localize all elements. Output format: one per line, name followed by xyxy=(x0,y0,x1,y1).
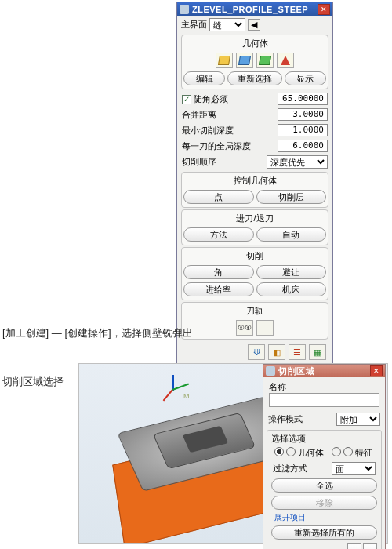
select-options-title: 选择选项 xyxy=(270,432,379,445)
steep-required-checkbox[interactable]: ✓陡角必须 xyxy=(182,93,228,105)
dialog2-titlebar[interactable]: 切削区域 ✕ xyxy=(263,365,385,377)
cutting-title: 切削 xyxy=(183,249,326,264)
feedrate-button[interactable]: 进给率 xyxy=(183,282,254,296)
main-surface-label: 主界面 xyxy=(181,19,207,31)
mode-select[interactable]: 附加 xyxy=(336,413,380,426)
close-icon[interactable]: ✕ xyxy=(370,365,383,376)
prev-arrow-icon[interactable]: ◀ xyxy=(347,543,361,549)
cut-order-label: 切削顺序 xyxy=(182,156,216,168)
cut-order-select[interactable]: 深度优先 xyxy=(267,155,328,169)
machine-button[interactable]: 机床 xyxy=(256,282,327,296)
cutting-group: 切削 角 避让 进给率 机床 xyxy=(181,247,328,300)
geometry-group: 几何体 编辑 重新选择 显示 xyxy=(181,35,328,89)
radio-geometry[interactable]: 几何体 xyxy=(274,447,324,459)
auto-button[interactable]: 自动 xyxy=(256,227,327,242)
dialog2-title: 切削区域 xyxy=(278,365,370,377)
geom-cutarea-icon[interactable] xyxy=(277,53,294,68)
point-button[interactable]: 点 xyxy=(183,190,254,204)
main-surface-select[interactable]: 缝 xyxy=(209,18,245,31)
mode-label: 操作模式 xyxy=(268,413,303,425)
dialog-titlebar[interactable]: ZLEVEL_PROFILE_STEEP ✕ xyxy=(177,2,332,16)
toolpath-title: 刀轨 xyxy=(183,304,326,318)
geom-check-icon[interactable] xyxy=(256,53,274,68)
dialog-title: ZLEVEL_PROFILE_STEEP xyxy=(192,5,318,14)
steep-value-field[interactable]: 65.00000 xyxy=(278,93,328,105)
corner-button[interactable]: 角 xyxy=(183,265,254,279)
toolpath-group: 刀轨 ⦿⦿ xyxy=(181,302,328,340)
avoid-button[interactable]: 避让 xyxy=(256,265,327,279)
min-cut-depth-label: 最小切削深度 xyxy=(182,125,234,136)
filter-label: 过滤方式 xyxy=(273,463,307,474)
geometry-group-title: 几何体 xyxy=(183,37,326,51)
toolpath-icon-1[interactable]: ⦿⦿ xyxy=(236,320,253,336)
reselect-button[interactable]: 重新选择 xyxy=(227,71,281,85)
cut-region-dialog: 切削区域 ✕ 名称 操作模式 附加 选择选项 几何体 特征 过滤方式 面 全选 … xyxy=(263,364,386,549)
geom-stock-icon[interactable] xyxy=(236,53,253,68)
generate-icon[interactable]: ⟱ xyxy=(248,344,265,360)
caption-cut-region: 切削区域选择 xyxy=(2,375,64,389)
cutlayer-button[interactable]: 切削层 xyxy=(256,190,327,204)
app-icon xyxy=(266,366,275,376)
verify-icon[interactable]: ☰ xyxy=(289,344,306,360)
engage-title: 进刀/退刀 xyxy=(183,212,326,226)
zlevel-profile-dialog: ZLEVEL_PROFILE_STEEP ✕ 主界面 缝 ◀ 几何体 编辑 重新… xyxy=(176,2,333,386)
replay-icon[interactable]: ◧ xyxy=(268,344,285,360)
expand-item-link[interactable]: 展开项目 xyxy=(270,511,379,524)
global-depth-field[interactable]: 6.0000 xyxy=(278,140,328,152)
control-geom-title: 控制几何体 xyxy=(183,174,326,188)
reselect-all-button[interactable]: 重新选择所有的 xyxy=(271,525,377,540)
radio-feature[interactable]: 特征 xyxy=(332,447,372,459)
close-icon[interactable]: ✕ xyxy=(318,4,330,15)
merge-dist-field[interactable]: 3.0000 xyxy=(278,108,328,121)
next-arrow-icon[interactable]: ▶ xyxy=(363,543,377,549)
app-icon xyxy=(180,5,189,14)
caption-create-operation: [加工创建] — [创建操作]，选择侧壁铣弹出 xyxy=(2,326,193,340)
toolpath-icon-2[interactable] xyxy=(256,320,274,336)
list-icon[interactable]: ▦ xyxy=(309,344,326,360)
select-all-button[interactable]: 全选 xyxy=(271,478,377,493)
min-cut-depth-field[interactable]: 1.0000 xyxy=(278,124,328,136)
geom-body-icon[interactable] xyxy=(216,53,233,68)
control-geom-group: 控制几何体 点 切削层 xyxy=(181,172,328,208)
display-button[interactable]: 显示 xyxy=(285,71,326,85)
steep-required-label: 陡角必须 xyxy=(194,94,228,104)
chevron-left-icon[interactable]: ◀ xyxy=(248,19,260,31)
remove-button[interactable]: 移除 xyxy=(271,496,377,510)
filter-select[interactable]: 面 xyxy=(332,462,376,475)
method-button[interactable]: 方法 xyxy=(183,227,254,242)
merge-dist-label: 合并距离 xyxy=(182,109,216,121)
global-depth-label: 每一刀的全局深度 xyxy=(182,140,251,152)
engage-group: 进刀/退刀 方法 自动 xyxy=(181,209,328,245)
name-label: 名称 xyxy=(269,381,379,393)
edit-button[interactable]: 编辑 xyxy=(183,71,225,85)
name-input[interactable] xyxy=(269,393,379,407)
